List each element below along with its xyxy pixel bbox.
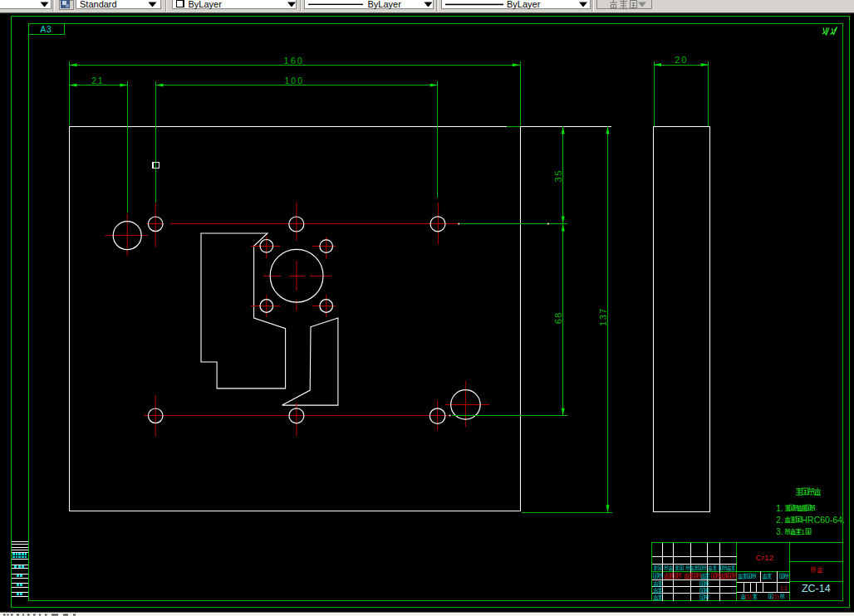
svg-text:ByLayer: ByLayer [368,0,402,9]
svg-text:ByLayer: ByLayer [507,0,541,9]
svg-text:A3: A3 [40,25,52,34]
svg-text:68: 68 [553,311,563,324]
svg-text:1: 1 [801,528,805,536]
svg-text:137: 137 [598,307,608,326]
svg-text:100: 100 [285,76,305,86]
svg-text:HRC60-64.: HRC60-64. [802,515,846,525]
svg-text:Cr12: Cr12 [756,553,774,562]
svg-text:(1): (1) [773,594,779,600]
svg-text:3.: 3. [776,527,783,536]
svg-text:ZC-14: ZC-14 [802,583,831,594]
svg-text:(1): (1) [745,594,752,600]
svg-text:1.: 1. [776,504,783,513]
svg-text:Standard: Standard [80,0,117,9]
svg-text:21: 21 [91,76,104,86]
svg-text:20: 20 [675,55,688,65]
svg-text:ByLayer: ByLayer [189,0,223,9]
svg-text:160: 160 [284,56,304,66]
svg-text:1:1: 1:1 [780,585,788,591]
svg-text:2.: 2. [776,516,783,525]
svg-text:35: 35 [553,169,563,182]
